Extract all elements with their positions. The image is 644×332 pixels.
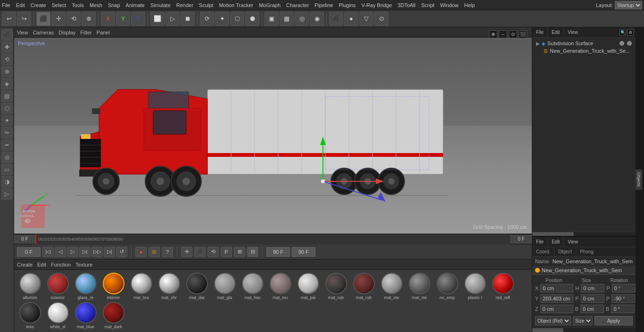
move-tool[interactable]: ✛ [51, 12, 66, 26]
mat-menu-function[interactable]: Function [51, 262, 71, 267]
mat-item-3[interactable]: interior [100, 273, 126, 300]
menu-window[interactable]: Window [440, 2, 458, 8]
obj-search-icon[interactable]: 🔍 [619, 29, 626, 36]
vp-nav-settings[interactable]: ⬛ [519, 30, 527, 39]
transport-prev-frame[interactable]: ◁ [55, 247, 66, 257]
object-tool[interactable]: ⟳ [200, 12, 214, 26]
obj-scrollbar[interactable] [532, 232, 636, 236]
coord-y-size[interactable] [581, 294, 604, 303]
scale-tool[interactable]: ⟲ [66, 12, 81, 26]
mat-item-6[interactable]: mat_dar [184, 273, 210, 300]
left-rotate[interactable]: ⟲ [1, 54, 13, 65]
current-frame-input[interactable] [14, 235, 35, 243]
coord-y-pos[interactable] [540, 294, 573, 303]
layout-select[interactable]: Startup [615, 1, 642, 9]
motion-btn-4[interactable]: P [221, 247, 232, 257]
coord-y-rot[interactable] [611, 294, 635, 303]
left-select[interactable]: ⬛ [1, 29, 13, 40]
transport-end[interactable]: ▷| [104, 247, 115, 257]
record-button[interactable]: ● [135, 247, 147, 257]
motion-btn-5[interactable]: ⊞ [234, 247, 245, 257]
redo-button[interactable]: ↪ [17, 12, 31, 26]
vp-menu-panel[interactable]: Panel [97, 30, 110, 35]
menu-render[interactable]: Render [176, 2, 193, 8]
viewport-canvas[interactable]: Perspective [14, 38, 532, 234]
left-object[interactable]: ◈ [1, 78, 13, 89]
timeline-start-input[interactable] [511, 235, 532, 243]
mat-item-2[interactable]: glass_re [73, 273, 99, 300]
point-tool[interactable]: ⬢ [245, 12, 259, 26]
render-preview[interactable]: ▷ [165, 12, 180, 26]
coord-z-size[interactable] [580, 305, 604, 313]
max-frame-input[interactable] [292, 247, 315, 257]
obj-file[interactable]: File [532, 27, 548, 37]
autokey-button[interactable]: ◎ [149, 247, 160, 257]
deform-button[interactable]: ⬛ [329, 12, 343, 26]
menu-mograph[interactable]: MoGraph [259, 2, 281, 8]
menu-create[interactable]: Create [31, 2, 46, 8]
spline-button[interactable]: ◎ [295, 12, 309, 26]
apply-button[interactable]: Apply [594, 316, 633, 325]
menu-mesh[interactable]: Mesh [90, 2, 102, 8]
coord-x-rot[interactable] [612, 284, 636, 292]
help-button[interactable]: ? [162, 247, 173, 257]
mat-item-7[interactable]: mat_gla [212, 273, 238, 300]
attr-view[interactable]: View [564, 237, 582, 247]
vp-menu-display[interactable]: Display [58, 30, 75, 35]
menu-3dtoall[interactable]: 3DToAll [397, 2, 415, 8]
transport-next-frame[interactable]: ▷| [79, 247, 91, 257]
mat-item-9[interactable]: mat_mu [267, 273, 293, 300]
mat-item-5[interactable]: mat_chr [156, 273, 182, 300]
transport-next-key[interactable]: ▷▷ [91, 247, 103, 257]
vp-menu-filter[interactable]: Filter [80, 30, 91, 35]
undo-button[interactable]: ↩ [2, 12, 16, 26]
coord-z-pos[interactable] [540, 305, 573, 313]
menu-simulate[interactable]: Simulate [150, 2, 171, 8]
size-select[interactable]: Size [573, 316, 593, 325]
left-fx[interactable]: ◑ [1, 176, 13, 187]
motion-btn-1[interactable]: ✛ [181, 247, 192, 257]
frame-input[interactable] [17, 247, 41, 257]
edge-tool[interactable]: ⬡ [230, 12, 244, 26]
coord-x-pos[interactable] [540, 284, 573, 292]
vp-menu-view[interactable]: View [17, 30, 28, 35]
light-button[interactable]: ▦ [280, 12, 294, 26]
vp-menu-cameras[interactable]: Cameras [33, 30, 54, 35]
transport-prev-key[interactable]: |◁ [42, 247, 54, 257]
menu-snap[interactable]: Snap [108, 2, 120, 8]
attr-edit[interactable]: Edit [548, 237, 564, 247]
menu-animate[interactable]: Animate [126, 2, 145, 8]
attr-file[interactable]: File [532, 237, 548, 247]
mat-item-14[interactable]: mat_ste [406, 273, 432, 300]
attr-tree-row[interactable]: New_Generation_Truck_with_Sem [532, 267, 636, 275]
vtab-takes[interactable]: Takes [642, 171, 644, 188]
transport-loop[interactable]: ↺ [116, 247, 127, 257]
model-mode[interactable]: ⬜ [150, 12, 165, 26]
z-axis-button[interactable]: Z [131, 12, 145, 26]
coord-z-rot[interactable] [611, 305, 635, 313]
mat-item-13[interactable]: mat_ste [379, 273, 405, 300]
polygon-tool[interactable]: ✦ [215, 12, 229, 26]
mat-item-20[interactable]: mat_blue [73, 302, 99, 329]
mat-item-19[interactable]: white_sl [45, 302, 71, 329]
mat-item-8[interactable]: mat_hac [239, 273, 265, 300]
left-scale[interactable]: ⊕ [1, 66, 13, 77]
menu-help[interactable]: Help [464, 2, 475, 8]
transport-play[interactable]: ▷ [67, 247, 78, 257]
vp-nav-expand[interactable]: ⊕ [489, 30, 497, 39]
mat-item-15[interactable]: no_emp [434, 273, 460, 300]
menu-plugins[interactable]: Plugins [339, 2, 355, 8]
mograph-btn[interactable]: ● [344, 12, 358, 26]
mat-item-16[interactable]: plastic ! [462, 273, 488, 300]
obj-settings-icon[interactable]: ⚙ [627, 29, 634, 36]
vp-nav-pan[interactable]: ↔ [499, 30, 507, 39]
space-select[interactable]: Object (Rel) [535, 316, 571, 325]
left-polygon[interactable]: ▤ [1, 90, 13, 102]
left-move[interactable]: ✚ [1, 41, 13, 53]
left-paint[interactable]: ✏ [1, 127, 13, 138]
timeline-ruler[interactable]: 0 5 10 15 20 25 30 35 40 45 50 55 60 65 … [35, 234, 511, 244]
left-edge[interactable]: ⬡ [1, 103, 13, 114]
render-button[interactable]: ⏹ [181, 12, 195, 26]
menu-tools[interactable]: Tools [72, 2, 84, 8]
attr-tab-object[interactable]: Object [554, 247, 576, 256]
